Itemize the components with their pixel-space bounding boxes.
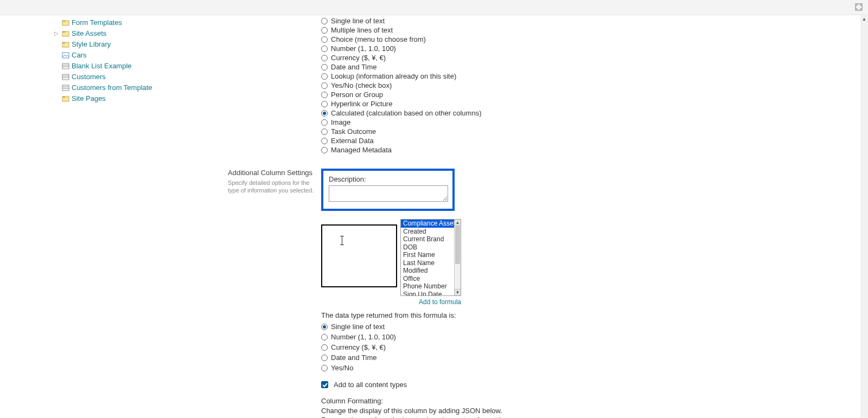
return-type-option[interactable]: Yes/No [321, 363, 510, 373]
sidebar-item-label[interactable]: Customers [72, 72, 106, 82]
sidebar-item-blank-list[interactable]: Blank List Example [54, 61, 228, 72]
column-type-option[interactable]: Person or Group [321, 90, 482, 99]
radio-icon[interactable] [321, 92, 328, 98]
column-type-option[interactable]: Yes/No (check box) [321, 81, 482, 90]
column-type-label: Person or Group [331, 90, 383, 99]
sidebar-item-site-assets[interactable]: ▷ Site Assets [54, 28, 228, 39]
column-type-option[interactable]: Number (1, 1.0, 100) [321, 44, 482, 53]
column-type-label: Hyperlink or Picture [331, 99, 392, 108]
insert-column-option[interactable]: Created [401, 228, 454, 236]
return-type-option[interactable]: Date and Time [321, 352, 510, 363]
svg-rect-4 [62, 31, 65, 33]
radio-icon[interactable] [321, 18, 328, 24]
sidebar-item-style-library[interactable]: Style Library [54, 39, 228, 50]
sidebar-item-customers-template[interactable]: Customers from Template [54, 82, 228, 93]
column-type-option[interactable]: Choice (menu to choose from) [321, 35, 482, 44]
return-type-option[interactable]: Single line of text [321, 321, 510, 332]
radio-icon[interactable] [321, 344, 328, 351]
description-textarea[interactable] [329, 185, 448, 202]
formatting-line2: Remove the text from the box to clear th… [321, 415, 510, 418]
add-to-formula-link[interactable]: Add to formula [419, 298, 461, 306]
insert-column-option[interactable]: Sign Up Date [401, 291, 454, 297]
scrollbar-thumb[interactable] [455, 226, 460, 264]
insert-column-option[interactable]: Phone Number [401, 282, 454, 291]
radio-icon[interactable] [321, 119, 328, 126]
radio-icon[interactable] [321, 27, 328, 34]
insert-column-option[interactable]: Office [401, 275, 454, 283]
formatting-line1: Change the display of this column by add… [321, 406, 510, 416]
list-icon [62, 84, 69, 92]
scroll-up-icon[interactable]: ▲ [454, 220, 461, 226]
insert-column-option[interactable]: Current Brand [401, 235, 454, 243]
sidebar-item-label[interactable]: Site Assets [72, 28, 106, 39]
column-formatting-block: Column Formatting: Change the display of… [321, 396, 510, 418]
expand-caret-icon[interactable]: ▷ [54, 28, 60, 39]
radio-icon[interactable] [321, 82, 328, 89]
radio-icon[interactable] [321, 73, 328, 80]
column-type-label: Managed Metadata [331, 145, 392, 155]
radio-icon[interactable] [321, 128, 328, 135]
column-type-label: Image [331, 118, 350, 127]
column-type-option[interactable]: Date and Time [321, 62, 482, 72]
insert-column-option[interactable]: Modified [401, 267, 454, 275]
column-type-group: Single line of textMultiple lines of tex… [321, 16, 482, 155]
sidebar-item-label[interactable]: Customers from Template [72, 82, 152, 93]
radio-icon[interactable] [321, 36, 328, 43]
scroll-up-icon[interactable]: ▲ [860, 15, 868, 23]
add-all-types-checkbox[interactable] [321, 381, 328, 388]
radio-icon[interactable] [321, 334, 328, 340]
sidebar-item-label[interactable]: Cars [72, 50, 86, 61]
radio-icon[interactable] [321, 64, 328, 70]
column-type-option[interactable]: External Data [321, 136, 482, 145]
column-type-option[interactable]: Currency ($, ¥, €) [321, 53, 482, 62]
sidebar-item-label[interactable]: Blank List Example [72, 61, 132, 72]
insert-column-option[interactable]: Compliance Asset Id [401, 220, 454, 228]
sidebar-item-label[interactable]: Site Pages [72, 93, 106, 104]
formatting-heading: Column Formatting: [321, 396, 510, 406]
radio-icon[interactable] [321, 147, 328, 153]
radio-icon[interactable] [321, 55, 328, 61]
column-type-option[interactable]: Hyperlink or Picture [321, 99, 482, 108]
settings-help: Specify detailed options for the type of… [228, 179, 321, 195]
radio-icon[interactable] [321, 355, 328, 361]
top-bar [0, 0, 868, 15]
insert-column-option[interactable]: Last Name [401, 259, 454, 267]
radio-icon[interactable] [321, 138, 328, 144]
radio-icon[interactable] [321, 324, 328, 330]
column-type-option[interactable]: Task Outcome [321, 127, 482, 136]
left-nav: Form Templates ▷ Site Assets Style Libra… [0, 15, 228, 104]
column-type-option[interactable]: Calculated (calculation based on other c… [321, 108, 482, 118]
radio-icon[interactable] [321, 46, 328, 52]
svg-rect-7 [62, 53, 69, 58]
scrollbar-track[interactable] [454, 226, 461, 289]
return-type-label: Number (1, 1.0, 100) [331, 332, 396, 342]
sidebar-item-customers[interactable]: Customers [54, 72, 228, 82]
column-type-label: Number (1, 1.0, 100) [331, 44, 396, 53]
column-type-label: Yes/No (check box) [331, 81, 392, 90]
sidebar-item-site-pages[interactable]: Site Pages [54, 93, 228, 104]
page-scrollbar[interactable]: ▲ [860, 15, 868, 418]
column-type-option[interactable]: Lookup (information already on this site… [321, 72, 482, 81]
sidebar-item-label[interactable]: Form Templates [72, 17, 122, 28]
column-type-option[interactable]: Single line of text [321, 16, 482, 25]
scroll-down-icon[interactable]: ▼ [454, 289, 461, 295]
column-type-label: Multiple lines of text [331, 25, 393, 35]
return-type-option[interactable]: Currency ($, ¥, €) [321, 342, 510, 352]
sidebar-item-label[interactable]: Style Library [72, 39, 111, 50]
radio-icon[interactable] [321, 365, 328, 371]
sidebar-item-form-templates[interactable]: Form Templates [54, 17, 228, 28]
insert-column-listbox[interactable]: Compliance Asset IdCreatedCurrent BrandD… [400, 219, 461, 296]
insert-column-option[interactable]: DOB [401, 243, 454, 252]
column-type-option[interactable]: Multiple lines of text [321, 25, 482, 35]
column-type-option[interactable]: Image [321, 118, 482, 127]
return-type-option[interactable]: Number (1, 1.0, 100) [321, 332, 510, 342]
column-type-option[interactable]: Managed Metadata [321, 145, 482, 155]
list-icon [62, 62, 69, 70]
radio-icon[interactable] [321, 110, 328, 117]
sidebar-item-cars[interactable]: Cars [54, 50, 228, 61]
insert-column-option[interactable]: First Name [401, 251, 454, 259]
folder-icon [62, 19, 69, 27]
radio-icon[interactable] [321, 101, 328, 107]
focus-mode-icon[interactable] [855, 3, 863, 11]
formula-textarea[interactable] [321, 224, 397, 287]
